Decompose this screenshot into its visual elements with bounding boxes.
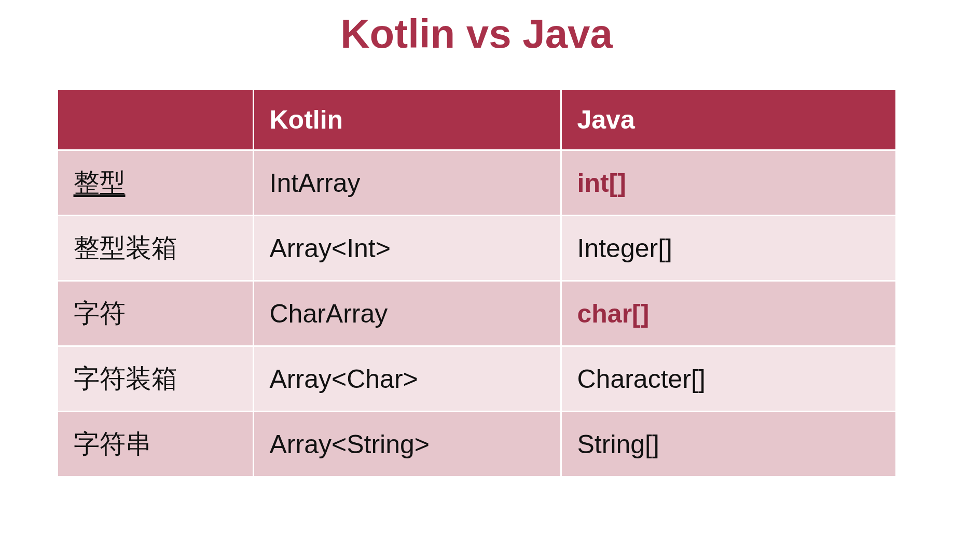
row-kotlin: Array<String> bbox=[254, 412, 560, 476]
header-col-java: Java bbox=[562, 90, 895, 149]
comparison-table-container: Kotlin Java 整型 IntArray int[] 整型装箱 Array… bbox=[57, 89, 897, 478]
table-header-row: Kotlin Java bbox=[58, 90, 895, 149]
row-kotlin: CharArray bbox=[254, 282, 560, 345]
row-java: char[] bbox=[562, 282, 895, 345]
comparison-table: Kotlin Java 整型 IntArray int[] 整型装箱 Array… bbox=[57, 89, 897, 478]
table-row: 字符装箱 Array<Char> Character[] bbox=[58, 347, 895, 411]
row-java: Character[] bbox=[562, 347, 895, 411]
row-kotlin: Array<Int> bbox=[254, 216, 560, 280]
header-col-kotlin: Kotlin bbox=[254, 90, 560, 149]
row-label: 字符 bbox=[58, 282, 253, 345]
row-label: 字符串 bbox=[58, 412, 253, 476]
row-label: 整型 bbox=[58, 151, 253, 215]
table-body: 整型 IntArray int[] 整型装箱 Array<Int> Intege… bbox=[58, 151, 895, 476]
row-java: Integer[] bbox=[562, 216, 895, 280]
row-label: 字符装箱 bbox=[58, 347, 253, 411]
row-kotlin: Array<Char> bbox=[254, 347, 560, 411]
table-row: 字符串 Array<String> String[] bbox=[58, 412, 895, 476]
header-col-empty bbox=[58, 90, 253, 149]
row-kotlin: IntArray bbox=[254, 151, 560, 215]
table-row: 整型装箱 Array<Int> Integer[] bbox=[58, 216, 895, 280]
table-row: 整型 IntArray int[] bbox=[58, 151, 895, 215]
page-title: Kotlin vs Java bbox=[340, 10, 613, 58]
table-row: 字符 CharArray char[] bbox=[58, 282, 895, 345]
row-java: String[] bbox=[562, 412, 895, 476]
row-java: int[] bbox=[562, 151, 895, 215]
row-label: 整型装箱 bbox=[58, 216, 253, 280]
